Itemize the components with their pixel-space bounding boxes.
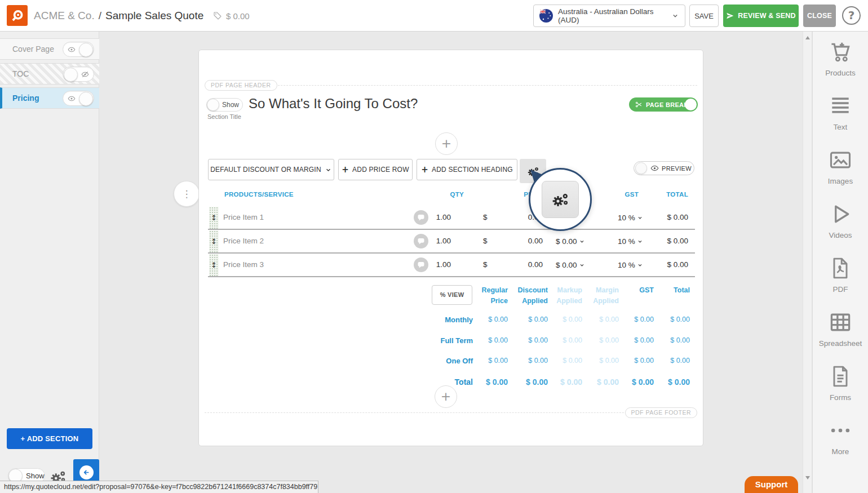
- tool-pdf[interactable]: PDF: [828, 256, 853, 294]
- percent-view-button[interactable]: % VIEW: [432, 285, 472, 305]
- add-content-block-button[interactable]: +: [435, 132, 458, 155]
- gears-icon: [551, 190, 569, 208]
- tool-more[interactable]: More: [828, 418, 853, 456]
- page-break-toggle[interactable]: PAGE BREAK: [629, 97, 698, 112]
- close-button[interactable]: CLOSE: [803, 5, 836, 27]
- save-button[interactable]: SAVE: [689, 5, 719, 27]
- row-total: $ 0.00: [654, 206, 688, 229]
- add-price-section-button[interactable]: +: [435, 385, 457, 408]
- gst-dropdown[interactable]: 10 %: [618, 230, 643, 252]
- content-tools-sidebar: Products Text Images Videos PDF Spreadsh…: [812, 32, 868, 493]
- price-value[interactable]: 0.00: [509, 254, 543, 276]
- chevron-down-icon: [671, 12, 679, 20]
- qty-value[interactable]: 1.00: [420, 254, 451, 276]
- summary-col-gst: GST: [617, 285, 654, 296]
- section-options-button[interactable]: ⋮: [174, 181, 200, 207]
- help-button[interactable]: ?: [842, 6, 861, 25]
- summary-col-regular-price: RegularPrice: [473, 285, 508, 307]
- settings-magnifier-callout: [529, 168, 592, 231]
- eye-icon: [68, 46, 76, 54]
- tool-products[interactable]: Products: [825, 39, 855, 77]
- status-bar-url: https://my.quotecloud.net/edit?proposal=…: [0, 481, 318, 493]
- tool-text[interactable]: Text: [828, 94, 853, 131]
- chevron-down-icon: [637, 262, 643, 268]
- breadcrumb-separator: /: [99, 10, 101, 22]
- sidebar-item-toc[interactable]: TOC: [0, 63, 99, 85]
- price-value[interactable]: 0.00: [509, 230, 543, 252]
- qty-value[interactable]: 1.00: [420, 206, 451, 229]
- plus-icon: +: [342, 165, 349, 175]
- cover-page-visibility-toggle[interactable]: [63, 42, 94, 57]
- page-break-label: PAGE BREAK: [646, 101, 689, 108]
- price-item-name[interactable]: Price Item 2: [223, 230, 264, 252]
- summary-col-margin-applied: MarginApplied: [582, 285, 619, 307]
- sidebar-item-cover-page[interactable]: Cover Page: [0, 38, 99, 60]
- pdf-footer-divider: [205, 412, 697, 413]
- show-label: Show: [26, 472, 45, 480]
- tool-videos[interactable]: Videos: [828, 202, 853, 239]
- currency-symbol: $: [483, 230, 488, 252]
- sidebar-item-pricing[interactable]: Pricing: [0, 87, 99, 109]
- play-icon: [828, 202, 853, 226]
- preview-toggle[interactable]: PREVIEW: [634, 161, 694, 175]
- section-title-show-toggle[interactable]: Show: [206, 98, 243, 112]
- section-label: Pricing: [12, 94, 39, 103]
- add-section-heading-button[interactable]: + ADD SECTION HEADING: [417, 159, 517, 180]
- drag-handle-icon[interactable]: ↕: [209, 254, 219, 276]
- chevron-down-icon: [325, 166, 332, 174]
- preview-label: PREVIEW: [662, 165, 692, 172]
- gst-dropdown[interactable]: 10 %: [618, 206, 643, 229]
- support-button[interactable]: Support: [745, 476, 798, 493]
- quotecloud-logo-icon: [10, 8, 25, 23]
- tool-forms[interactable]: Forms: [828, 364, 853, 402]
- summary-col-discount-applied: DiscountApplied: [511, 285, 548, 307]
- col-header-total: TOTAL: [654, 191, 688, 198]
- sections-sidebar: Cover Page TOC Pricing + ADD SECTION Sho…: [0, 32, 99, 493]
- pricing-settings-button-zoomed[interactable]: [542, 181, 579, 218]
- tool-spreadsheet[interactable]: Spreadsheet: [819, 310, 862, 348]
- pdf-page-header-label[interactable]: PDF PAGE HEADER: [205, 80, 277, 91]
- australia-flag-icon: [539, 9, 553, 23]
- row-total: $ 0.00: [654, 254, 688, 276]
- col-header-gst: GST: [605, 191, 639, 198]
- add-section-button[interactable]: + ADD SECTION: [7, 428, 92, 449]
- chevron-down-icon: [579, 262, 585, 268]
- add-price-row-button[interactable]: + ADD PRICE ROW: [338, 159, 413, 180]
- discount-dropdown[interactable]: $ 0.00: [556, 254, 585, 276]
- gst-dropdown[interactable]: 10 %: [618, 254, 643, 276]
- discount-dropdown[interactable]: $ 0.00: [556, 230, 585, 252]
- app-logo[interactable]: [7, 5, 28, 26]
- chevron-down-icon: [579, 238, 585, 245]
- price-item-name[interactable]: Price Item 1: [223, 206, 264, 229]
- drag-handle-icon[interactable]: ↕: [209, 230, 219, 252]
- review-send-button[interactable]: REVIEW & SEND: [723, 5, 799, 27]
- paper-plane-icon: [726, 12, 734, 20]
- summary-col-markup-applied: MarkupApplied: [545, 285, 582, 307]
- vertical-scrollbar[interactable]: [803, 32, 812, 493]
- show-label: Show: [222, 101, 239, 109]
- section-title-caption: Section Title: [207, 113, 241, 120]
- back-disc: [79, 465, 94, 479]
- pdf-page-footer-label[interactable]: PDF PAGE FOOTER: [625, 407, 697, 418]
- document-title[interactable]: Sample Sales Quote: [105, 10, 203, 22]
- currency-selector[interactable]: Australia - Australian Dollars (AUD): [533, 5, 685, 27]
- chevron-down-icon: [637, 238, 643, 245]
- eye-icon: [650, 164, 659, 172]
- scroll-up-arrow[interactable]: [805, 36, 810, 39]
- default-discount-dropdown[interactable]: DEFAULT DISCOUNT OR MARGIN: [208, 159, 334, 180]
- cart-plus-icon: [828, 39, 853, 64]
- scroll-down-arrow[interactable]: [805, 476, 810, 479]
- file-pdf-icon: [828, 256, 853, 281]
- tool-images[interactable]: Images: [828, 148, 853, 185]
- price-item-name[interactable]: Price Item 3: [223, 254, 264, 276]
- price-row: ↕ Price Item 3 1.00 $ 0.00 $ 0.00 10 % $…: [208, 254, 695, 277]
- section-title[interactable]: So What's It Going To Cost?: [249, 96, 418, 112]
- price-row: ↕ Price Item 1 1.00 $ 0.00 $ 0.00 10 % $…: [208, 206, 695, 230]
- pricing-visibility-toggle[interactable]: [63, 91, 94, 106]
- qty-value[interactable]: 1.00: [420, 230, 451, 252]
- drag-handle-icon[interactable]: ↕: [209, 207, 219, 229]
- ellipsis-icon: [828, 418, 853, 443]
- text-lines-icon: [828, 94, 853, 118]
- plus-icon: +: [421, 165, 428, 175]
- toc-visibility-toggle[interactable]: [63, 66, 94, 82]
